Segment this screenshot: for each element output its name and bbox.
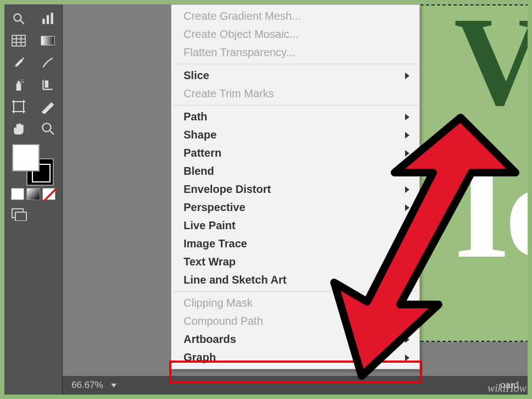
- submenu-arrow-icon: [405, 73, 409, 79]
- menu-item-shape[interactable]: Shape: [171, 126, 419, 144]
- svg-rect-3: [47, 15, 49, 24]
- svg-point-28: [42, 123, 51, 131]
- artboard-tool-icon[interactable]: [8, 97, 30, 117]
- menu-item-compound-path: Compound Path: [171, 312, 419, 330]
- zoom-level[interactable]: 66.67%: [71, 380, 103, 391]
- submenu-arrow-icon: [405, 186, 409, 193]
- menu-separator: [173, 291, 418, 292]
- color-mode-icon[interactable]: [11, 188, 24, 200]
- submenu-arrow-icon: [405, 241, 409, 247]
- mesh-tool-icon[interactable]: [8, 31, 30, 51]
- svg-rect-10: [41, 36, 54, 45]
- submenu-arrow-icon: [405, 132, 409, 138]
- svg-point-13: [22, 79, 23, 80]
- object-menu: Create Gradient Mesh...Create Object Mos…: [171, 4, 420, 369]
- artwork-text-1: VI: [454, 4, 528, 135]
- none-mode-icon[interactable]: [42, 188, 56, 200]
- measure-tool-icon[interactable]: [37, 75, 59, 95]
- menu-item-label: Path: [184, 110, 207, 123]
- status-bar: 66.67% oard: [63, 376, 528, 395]
- menu-item-label: Clipping Mask: [184, 297, 253, 309]
- menu-separator: [173, 64, 418, 64]
- menu-item-flatten-transparency: Flatten Transparency...: [171, 43, 419, 62]
- menu-item-envelope-distort[interactable]: Envelope Distort: [171, 180, 419, 198]
- menu-item-label: Create Trim Marks: [184, 87, 274, 100]
- screen-mode-icon[interactable]: [11, 208, 56, 224]
- hand-tool-icon[interactable]: [8, 119, 30, 138]
- svg-line-29: [50, 131, 54, 135]
- submenu-arrow-icon: [405, 150, 409, 157]
- menu-item-artboards[interactable]: Artboards: [171, 330, 419, 348]
- submenu-arrow-icon: [405, 277, 409, 284]
- menu-item-label: Text Wrap: [184, 256, 236, 268]
- zoom-tool-icon[interactable]: [37, 119, 59, 138]
- artwork-text-2: Ic: [454, 126, 528, 291]
- menu-item-label: Graph: [184, 351, 216, 364]
- watermark: wikiHow: [487, 382, 527, 395]
- menu-item-label: Live Paint: [184, 219, 235, 232]
- svg-rect-31: [15, 212, 26, 221]
- menu-item-label: Flatten Transparency...: [184, 46, 295, 59]
- menu-item-label: Compound Path: [184, 315, 263, 328]
- menu-item-perspective[interactable]: Perspective: [171, 198, 419, 217]
- fill-stroke-swatches[interactable]: [11, 144, 56, 188]
- menu-item-image-trace[interactable]: Image Trace: [171, 235, 419, 253]
- menu-item-line-and-sketch-art[interactable]: Line and Sketch Art: [171, 271, 419, 289]
- submenu-arrow-icon: [405, 354, 409, 361]
- svg-rect-4: [51, 13, 53, 24]
- svg-point-15: [21, 82, 22, 83]
- menu-item-label: Create Gradient Mesh...: [184, 10, 301, 23]
- menu-item-create-trim-marks: Create Trim Marks: [171, 85, 419, 103]
- symbol-sprayer-tool-icon[interactable]: [8, 75, 30, 95]
- gradient-tool-icon[interactable]: [37, 31, 59, 51]
- menu-item-pattern[interactable]: Pattern: [171, 144, 419, 162]
- menu-item-clipping-mask: Clipping Mask: [171, 294, 419, 312]
- menu-item-label: Slice: [184, 69, 209, 82]
- submenu-arrow-icon: [405, 168, 409, 175]
- menu-item-label: Artboards: [184, 333, 236, 346]
- app-frame: VI Ic: [4, 4, 528, 395]
- menu-separator: [173, 105, 418, 106]
- fill-swatch[interactable]: [12, 144, 40, 171]
- svg-rect-12: [18, 81, 20, 84]
- menu-item-create-gradient-mesh: Create Gradient Mesh...: [171, 7, 419, 25]
- menu-item-label: Shape: [184, 129, 217, 141]
- menu-item-graph[interactable]: Graph: [171, 348, 419, 367]
- svg-line-1: [21, 20, 25, 24]
- menu-item-label: Blend: [184, 165, 214, 178]
- svg-point-14: [23, 82, 24, 83]
- svg-point-0: [14, 14, 21, 21]
- menu-item-label: Perspective: [184, 201, 245, 214]
- svg-rect-11: [16, 84, 21, 91]
- menu-item-create-object-mosaic: Create Object Mosaic...: [171, 25, 419, 43]
- zoom-dropdown-icon[interactable]: [111, 384, 117, 387]
- slice-tool-icon[interactable]: [37, 97, 59, 117]
- submenu-arrow-icon: [405, 300, 409, 307]
- tools-panel: [4, 4, 63, 395]
- knife-tool-icon[interactable]: [37, 53, 59, 73]
- column-graph-tool-icon[interactable]: [37, 9, 59, 29]
- svg-rect-19: [14, 102, 24, 112]
- svg-rect-2: [42, 19, 45, 24]
- menu-item-label: Create Object Mosaic...: [184, 28, 298, 41]
- menu-item-live-paint[interactable]: Live Paint: [171, 217, 419, 235]
- svg-rect-18: [45, 81, 47, 87]
- svg-rect-5: [12, 35, 25, 46]
- submenu-arrow-icon: [405, 259, 409, 265]
- menu-item-label: Envelope Distort: [184, 183, 271, 196]
- submenu-arrow-icon: [405, 204, 409, 211]
- menu-item-label: Pattern: [184, 147, 221, 159]
- menu-item-slice[interactable]: Slice: [171, 66, 419, 85]
- menu-item-label: Line and Sketch Art: [184, 274, 286, 286]
- menu-item-blend[interactable]: Blend: [171, 162, 419, 180]
- submenu-arrow-icon: [405, 114, 409, 120]
- menu-item-text-wrap[interactable]: Text Wrap: [171, 253, 419, 271]
- eyedropper-tool-icon[interactable]: [8, 53, 30, 73]
- menu-item-path[interactable]: Path: [171, 108, 419, 126]
- gradient-mode-icon[interactable]: [26, 188, 40, 200]
- submenu-arrow-icon: [405, 318, 409, 325]
- submenu-arrow-icon: [405, 223, 409, 229]
- menu-item-label: Image Trace: [184, 237, 247, 250]
- magnify-tool-icon[interactable]: [8, 9, 30, 29]
- submenu-arrow-icon: [405, 336, 409, 343]
